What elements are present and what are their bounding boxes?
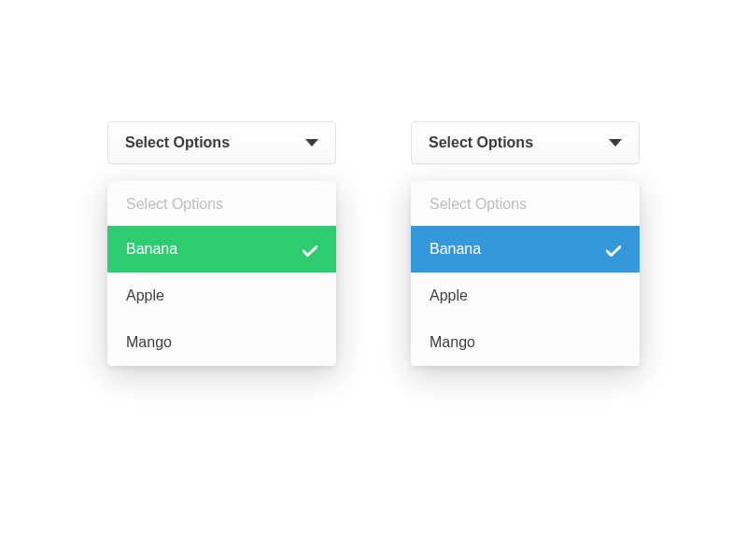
options-header: Select Options [107,181,336,226]
dropdown-green: Select Options Select Options Banana App… [107,121,336,366]
options-panel: Select Options Banana Apple Mango [411,181,640,366]
option-item-apple[interactable]: Apple [411,273,640,319]
option-label: Apple [126,287,164,304]
option-label: Mango [126,334,172,351]
select-button-label: Select Options [429,134,533,151]
check-icon [303,244,317,255]
option-item-apple[interactable]: Apple [107,273,336,319]
option-item-mango[interactable]: Mango [107,319,336,366]
option-item-banana[interactable]: Banana [411,226,640,273]
select-button-label: Select Options [125,134,230,151]
dropdown-blue: Select Options Select Options Banana App… [411,121,640,366]
check-icon [606,244,621,255]
caret-down-icon [305,139,318,147]
caret-down-icon [609,139,622,147]
option-item-mango[interactable]: Mango [411,319,640,366]
options-header: Select Options [411,181,640,226]
option-label: Banana [430,241,481,258]
option-label: Apple [430,287,468,304]
select-button[interactable]: Select Options [411,121,640,164]
option-label: Mango [430,334,475,351]
option-item-banana[interactable]: Banana [107,226,336,273]
options-panel: Select Options Banana Apple Mango [107,181,336,366]
option-label: Banana [126,241,177,258]
select-button[interactable]: Select Options [107,121,336,164]
